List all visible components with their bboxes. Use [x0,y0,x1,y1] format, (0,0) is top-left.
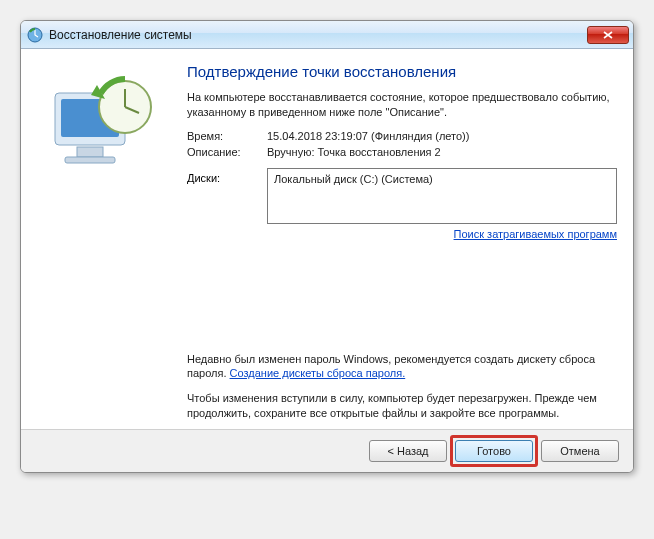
disks-row: Диски: Локальный диск (C:) (Система) Пои… [187,168,617,240]
system-restore-icon [27,27,43,43]
intro-text: На компьютере восстанавливается состояни… [187,90,617,120]
reboot-note: Чтобы изменения вступили в силу, компьют… [187,391,617,421]
reset-disk-link[interactable]: Создание дискеты сброса пароля. [230,367,406,379]
button-bar: < Назад Готово Отмена [21,429,633,472]
window-title: Восстановление системы [49,28,587,42]
description-row: Описание: Вручную: Точка восстановления … [187,146,617,158]
finish-button[interactable]: Готово [455,440,533,462]
time-row: Время: 15.04.2018 23:19:07 (Финляндия (л… [187,130,617,142]
affected-programs-link[interactable]: Поиск затрагиваемых программ [454,228,617,240]
close-icon [603,31,613,39]
description-value: Вручную: Точка восстановления 2 [267,146,617,158]
titlebar[interactable]: Восстановление системы [21,21,633,49]
disks-listbox[interactable]: Локальный диск (C:) (Система) [267,168,617,224]
content-area: Подтверждение точки восстановления На ко… [21,49,633,429]
main-column: Подтверждение точки восстановления На ко… [187,63,617,421]
description-label: Описание: [187,146,267,158]
svg-rect-4 [65,157,115,163]
restore-illustration-icon [37,71,167,181]
close-button[interactable] [587,26,629,44]
page-title: Подтверждение точки восстановления [187,63,617,80]
cancel-button[interactable]: Отмена [541,440,619,462]
system-restore-dialog: Восстановление системы Подтверждение точ… [20,20,634,473]
illustration-column [37,63,187,421]
password-note: Недавно был изменен пароль Windows, реко… [187,352,617,382]
back-button[interactable]: < Назад [369,440,447,462]
time-value: 15.04.2018 23:19:07 (Финляндия (лето)) [267,130,617,142]
disks-label: Диски: [187,168,267,240]
disk-item[interactable]: Локальный диск (C:) (Система) [274,173,610,185]
time-label: Время: [187,130,267,142]
svg-rect-3 [77,147,103,157]
